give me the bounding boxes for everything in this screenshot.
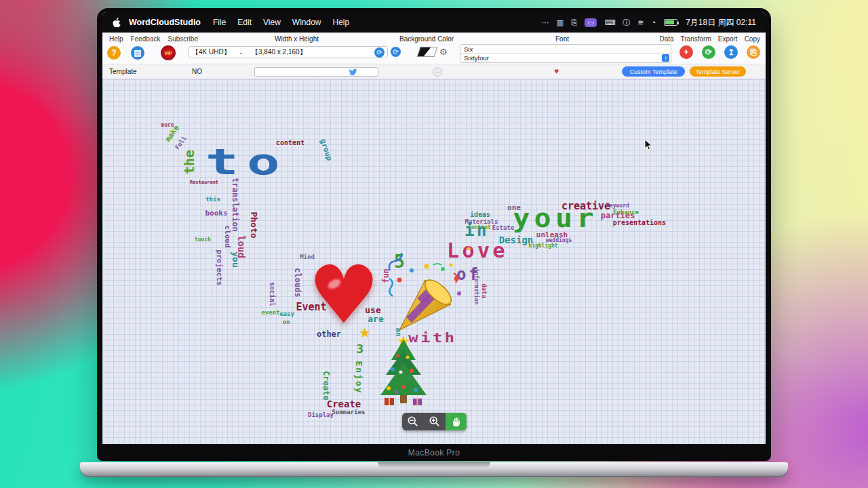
wc-word: easy bbox=[279, 311, 294, 317]
zoom-out-button[interactable] bbox=[402, 413, 424, 430]
wc-word: ideas bbox=[470, 211, 490, 218]
toolbar-right-links: DataTransformExportCopy bbox=[659, 35, 760, 43]
wc-word: Restaurant bbox=[190, 180, 218, 185]
wc-word: clouds bbox=[294, 268, 302, 297]
chart-icon[interactable]: ▥ bbox=[557, 19, 564, 26]
christmas-tree-emoji bbox=[374, 334, 433, 406]
gear-icon[interactable]: ⚙ bbox=[439, 47, 448, 57]
menu-items: FileEditViewWindowHelp bbox=[213, 18, 361, 27]
library-button[interactable]: ▤ bbox=[131, 46, 144, 60]
wc-word: Full bbox=[174, 136, 188, 151]
wc-word: content bbox=[276, 140, 304, 146]
font-secondary-value: Sixtyfour bbox=[464, 54, 489, 62]
font-primary-value: Six bbox=[464, 45, 473, 53]
more-icon[interactable]: ⋯ bbox=[542, 19, 549, 26]
favorite-heart-icon[interactable]: ♥ bbox=[554, 66, 559, 76]
template-search-input[interactable] bbox=[254, 67, 378, 77]
pan-hand-button[interactable] bbox=[446, 413, 467, 430]
toolbar-row2: ?▤ VIP 【4K UHD】 - 【3,840 x 2,160】 ⟳ ⟳ ⚙ … bbox=[102, 44, 766, 62]
toolbar-link-export[interactable]: Export bbox=[718, 35, 738, 43]
menu-help[interactable]: Help bbox=[333, 18, 350, 27]
size-separator: - bbox=[240, 49, 242, 56]
app-toolbar: HelpFeedbackSubscribe Width x Height Bac… bbox=[102, 33, 766, 64]
wc-word: books bbox=[205, 209, 227, 217]
size-sync-icon[interactable]: ⟳ bbox=[391, 47, 401, 57]
template-server-button[interactable]: Template Server bbox=[690, 66, 746, 77]
size-value: 【3,840 x 2,160】 bbox=[252, 47, 307, 57]
battery-icon[interactable] bbox=[664, 19, 677, 26]
menu-file[interactable]: File bbox=[213, 18, 226, 27]
star-emoji: ★ bbox=[359, 326, 371, 340]
status-icons: ⋯▥⎘▭⌨ⓘ≋◔ bbox=[534, 18, 656, 27]
party-popper-emoji bbox=[386, 250, 466, 339]
template-label: Template bbox=[109, 68, 137, 75]
wc-word: translation bbox=[231, 178, 239, 231]
clock-icon[interactable]: ◔ bbox=[652, 19, 656, 26]
laptop-chin: MacBook Pro bbox=[102, 444, 766, 461]
font-stepper-icon[interactable]: ↕ bbox=[662, 54, 669, 62]
wc-word: Create bbox=[327, 399, 361, 409]
custom-template-button[interactable]: Custom Template bbox=[622, 66, 685, 77]
font-dropdowns: Six Sixtyfour ↕ bbox=[460, 44, 671, 63]
laptop-frame: WordCloudStudio FileEditViewWindowHelp ⋯… bbox=[97, 8, 771, 461]
font-secondary-select[interactable]: Sixtyfour ↕ bbox=[460, 54, 671, 62]
wc-word: to bbox=[205, 144, 288, 180]
screen-mirroring-icon[interactable]: ▭ bbox=[585, 18, 597, 27]
toolbar-link-subscribe[interactable]: Subscribe bbox=[168, 35, 198, 43]
info-icon[interactable]: ⓘ bbox=[623, 19, 630, 26]
wc-word: highlight bbox=[528, 243, 557, 249]
copy-button[interactable]: ⎘ bbox=[747, 45, 760, 59]
vip-badge[interactable]: VIP bbox=[161, 45, 176, 60]
color-swatch[interactable] bbox=[417, 47, 438, 57]
font-primary-select[interactable]: Six bbox=[460, 45, 671, 54]
wc-word: Keyword bbox=[606, 203, 629, 209]
toolbar-link-help[interactable]: Help bbox=[109, 35, 123, 43]
toolbar-link-transform[interactable]: Transform bbox=[681, 35, 711, 43]
wc-word: the bbox=[182, 150, 196, 174]
wc-word: event bbox=[261, 310, 279, 316]
sparkle-emoji: ✦ bbox=[465, 245, 472, 253]
wc-word: 3 bbox=[356, 343, 366, 355]
size-preset: 【4K UHD】 bbox=[192, 47, 231, 57]
laptop-base-notch bbox=[378, 462, 490, 468]
menu-edit[interactable]: Edit bbox=[237, 18, 252, 27]
background-color-picker[interactable]: ⚙ bbox=[418, 47, 448, 57]
transform-button[interactable]: ⟳ bbox=[702, 45, 715, 59]
battery-fill bbox=[665, 20, 674, 24]
wc-word: Display bbox=[308, 412, 334, 418]
comment-icon[interactable]: ⋯ bbox=[433, 67, 442, 77]
wc-word: on bbox=[283, 319, 290, 325]
export-button[interactable]: ↥ bbox=[724, 45, 738, 59]
screen: WordCloudStudio FileEditViewWindowHelp ⋯… bbox=[102, 12, 766, 444]
template-value: NO bbox=[192, 68, 202, 75]
toolbar-link-data[interactable]: Data bbox=[659, 35, 673, 43]
heart-emoji: ♥ bbox=[308, 255, 380, 335]
wc-word: Enhance bbox=[613, 209, 639, 216]
canvas-area[interactable]: tothemakemoreFullcontentgroupRestaurantt… bbox=[102, 79, 766, 444]
menubar-clock[interactable]: 7月18日 周四 02:11 bbox=[686, 17, 756, 28]
wc-word: Create bbox=[322, 371, 330, 400]
toolbar-links: HelpFeedbackSubscribe bbox=[109, 35, 198, 43]
menu-window[interactable]: Window bbox=[292, 18, 321, 27]
size-dropdown[interactable]: 【4K UHD】 - 【3,840 x 2,160】 ⟳ bbox=[189, 46, 388, 58]
add-data-button[interactable]: + bbox=[679, 45, 693, 59]
font-label: Font bbox=[555, 35, 569, 43]
wc-word: cloud bbox=[224, 225, 231, 247]
clipboard-icon[interactable]: ⎘ bbox=[571, 19, 577, 26]
wc-word: social bbox=[269, 282, 275, 306]
wc-word: Content bbox=[468, 225, 491, 230]
zoom-in-button[interactable] bbox=[424, 413, 446, 430]
laptop-base bbox=[80, 462, 788, 476]
help-button[interactable]: ? bbox=[107, 46, 121, 60]
menu-view[interactable]: View bbox=[263, 18, 281, 27]
toolbar-link-feedback[interactable]: Feedback bbox=[131, 35, 161, 43]
size-refresh-icon[interactable]: ⟳ bbox=[374, 47, 384, 58]
toolbar-link-copy[interactable]: Copy bbox=[745, 35, 760, 43]
toolbar-action-icons: +⟳↥⎘ bbox=[679, 45, 760, 59]
menu-bar: WordCloudStudio FileEditViewWindowHelp ⋯… bbox=[102, 12, 766, 33]
wc-word: Enjoy bbox=[355, 361, 363, 394]
keyboard-icon[interactable]: ⌨ bbox=[604, 19, 615, 26]
wc-word: touch bbox=[195, 237, 211, 243]
apple-logo-icon[interactable] bbox=[112, 18, 121, 28]
wifi-icon[interactable]: ≋ bbox=[637, 19, 644, 26]
